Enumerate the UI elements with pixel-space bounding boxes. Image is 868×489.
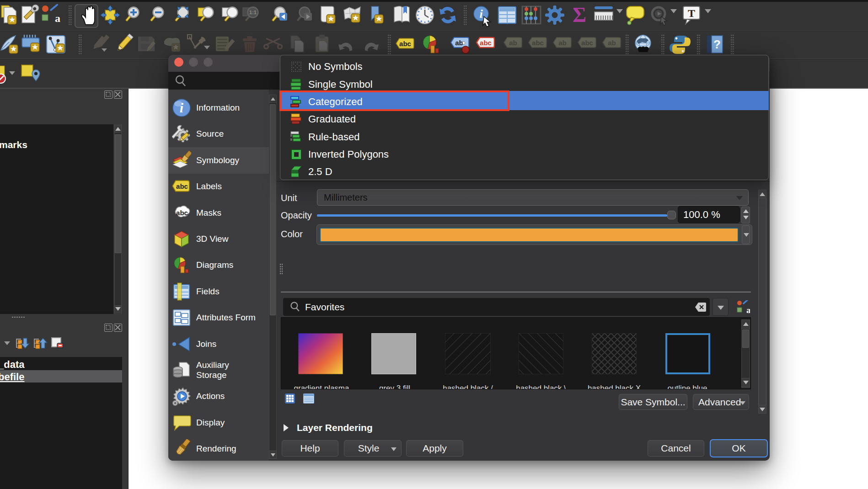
- svg-text:abc: abc: [480, 39, 492, 47]
- svg-text:ab: ab: [608, 39, 616, 47]
- svg-text:i: i: [180, 100, 184, 115]
- svg-text:T: T: [688, 7, 695, 19]
- svg-text:ab: ab: [509, 39, 517, 47]
- svg-text:abc: abc: [399, 40, 411, 48]
- svg-text:a: a: [746, 305, 750, 315]
- svg-text:a: a: [55, 12, 60, 24]
- svg-text:abc: abc: [581, 39, 593, 47]
- svg-text:?: ?: [713, 37, 721, 51]
- svg-text:abc: abc: [532, 39, 544, 47]
- svg-text:abc: abc: [176, 182, 188, 190]
- svg-text:i: i: [479, 7, 483, 21]
- svg-text:Σ: Σ: [573, 3, 586, 27]
- svg-text:abc: abc: [176, 209, 188, 217]
- svg-text:ab: ab: [558, 39, 567, 47]
- svg-text:ab: ab: [455, 39, 463, 47]
- svg-text:1:1: 1:1: [249, 10, 257, 15]
